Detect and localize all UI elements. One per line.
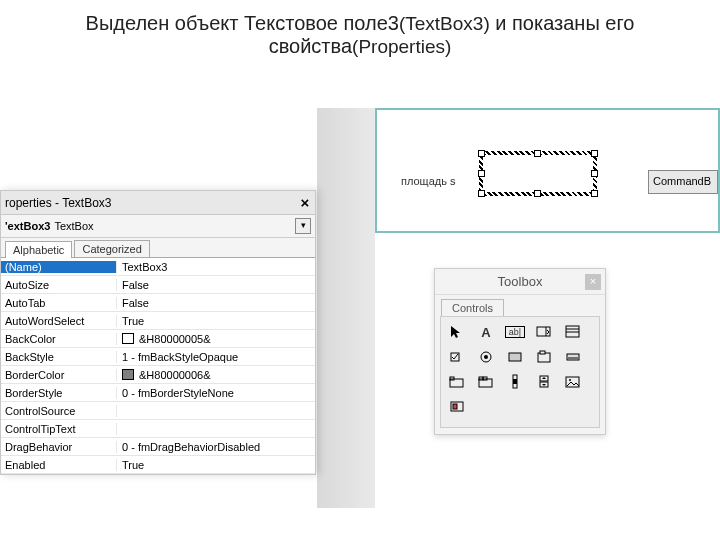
property-name: AutoWordSelect [1, 315, 117, 327]
properties-panel: roperties - TextBox3 × 'extBox3 TextBox … [0, 190, 316, 475]
pointer-icon[interactable] [446, 322, 468, 342]
close-icon[interactable]: × [585, 274, 601, 290]
property-value[interactable]: False [117, 297, 315, 309]
gutter [317, 108, 375, 508]
svg-rect-23 [453, 404, 457, 409]
property-row[interactable]: BackColor&H80000005& [1, 330, 315, 348]
property-value[interactable]: 1 - fmBackStyleOpaque [117, 351, 315, 363]
toolbox-title-text: Toolbox [498, 274, 543, 289]
resize-handle[interactable] [591, 150, 598, 157]
resize-handle[interactable] [534, 190, 541, 197]
property-row[interactable]: BorderStyle0 - fmBorderStyleNone [1, 384, 315, 402]
property-value[interactable]: &H80000006& [117, 369, 315, 381]
svg-point-21 [569, 379, 571, 381]
frame-icon[interactable] [533, 347, 555, 367]
property-row[interactable]: AutoTabFalse [1, 294, 315, 312]
label-icon[interactable]: A [475, 322, 497, 342]
togglebutton-icon[interactable] [504, 347, 526, 367]
svg-rect-7 [509, 353, 521, 361]
toolbox-panel[interactable]: Toolbox × Controls A ab| [434, 268, 606, 435]
property-name: ControlTipText [1, 423, 117, 435]
property-value[interactable]: True [117, 315, 315, 327]
property-row[interactable]: BackStyle1 - fmBackStyleOpaque [1, 348, 315, 366]
object-name: 'extBox3 [5, 220, 50, 232]
property-value[interactable]: 0 - fmBorderStyleNone [117, 387, 315, 399]
dropdown-icon[interactable]: ▾ [295, 218, 311, 234]
property-name: ControlSource [1, 405, 117, 417]
property-row[interactable]: BorderColor&H80000006& [1, 366, 315, 384]
toolbox-tabs: Controls [435, 295, 605, 316]
properties-titlebar[interactable]: roperties - TextBox3 × [1, 191, 315, 215]
property-value[interactable]: 0 - fmDragBehaviorDisabled [117, 441, 315, 453]
resize-handle[interactable] [478, 190, 485, 197]
page-title: Выделен объект Текстовое поле3(TextBox3)… [0, 0, 720, 64]
toolbox-body: A ab| [440, 316, 600, 428]
spinbutton-icon[interactable] [533, 372, 555, 392]
property-row[interactable]: ControlTipText [1, 420, 315, 438]
svg-point-6 [484, 355, 488, 359]
property-name: Enabled [1, 459, 117, 471]
property-row[interactable]: (Name)TextBox3 [1, 258, 315, 276]
property-value[interactable]: &H80000005& [117, 333, 315, 345]
color-swatch [122, 369, 134, 380]
property-name: DragBehavior [1, 441, 117, 453]
property-name: AutoTab [1, 297, 117, 309]
property-value[interactable]: True [117, 459, 315, 471]
command-button[interactable]: CommandB [648, 170, 718, 194]
svg-rect-17 [513, 379, 517, 384]
resize-handle[interactable] [591, 170, 598, 177]
resize-handle[interactable] [591, 190, 598, 197]
form-label: площадь s [399, 175, 458, 187]
tab-controls[interactable]: Controls [441, 299, 504, 316]
property-name: BackStyle [1, 351, 117, 363]
form-designer[interactable]: площадь s CommandB [375, 108, 720, 233]
object-type: TextBox [54, 220, 93, 232]
textbox3-selected[interactable] [479, 151, 597, 196]
scrollbar-icon[interactable] [504, 372, 526, 392]
refedit-icon[interactable] [446, 397, 468, 417]
resize-handle[interactable] [478, 170, 485, 177]
listbox-icon[interactable] [562, 322, 584, 342]
property-name: BorderColor [1, 369, 117, 381]
svg-rect-10 [567, 354, 579, 360]
combobox-icon[interactable] [533, 322, 555, 342]
image-icon[interactable] [562, 372, 584, 392]
property-value[interactable]: False [117, 279, 315, 291]
property-row[interactable]: AutoWordSelectTrue [1, 312, 315, 330]
properties-grid: (Name)TextBox3AutoSizeFalseAutoTabFalseA… [1, 258, 315, 474]
properties-tabs: Alphabetic Categorized [1, 238, 315, 258]
object-selector[interactable]: 'extBox3 TextBox ▾ [1, 215, 315, 238]
resize-handle[interactable] [534, 150, 541, 157]
close-icon[interactable]: × [295, 194, 315, 211]
property-name: (Name) [1, 261, 117, 273]
color-swatch [122, 333, 134, 344]
tab-alphabetic[interactable]: Alphabetic [5, 241, 72, 258]
multipage-icon[interactable] [475, 372, 497, 392]
optionbutton-icon[interactable] [475, 347, 497, 367]
textbox-icon[interactable]: ab| [504, 322, 526, 342]
checkbox-icon[interactable] [446, 347, 468, 367]
property-name: BorderStyle [1, 387, 117, 399]
property-name: BackColor [1, 333, 117, 345]
property-name: AutoSize [1, 279, 117, 291]
property-row[interactable]: DragBehavior0 - fmDragBehaviorDisabled [1, 438, 315, 456]
property-row[interactable]: AutoSizeFalse [1, 276, 315, 294]
properties-title-text: roperties - TextBox3 [5, 196, 112, 210]
toolbox-titlebar[interactable]: Toolbox × [435, 269, 605, 295]
commandbutton-icon[interactable] [562, 347, 584, 367]
property-row[interactable]: EnabledTrue [1, 456, 315, 474]
property-row[interactable]: ControlSource [1, 402, 315, 420]
property-value[interactable]: TextBox3 [117, 261, 315, 273]
svg-rect-9 [540, 351, 545, 354]
tabstrip-icon[interactable] [446, 372, 468, 392]
resize-handle[interactable] [478, 150, 485, 157]
tab-categorized[interactable]: Categorized [74, 240, 149, 257]
